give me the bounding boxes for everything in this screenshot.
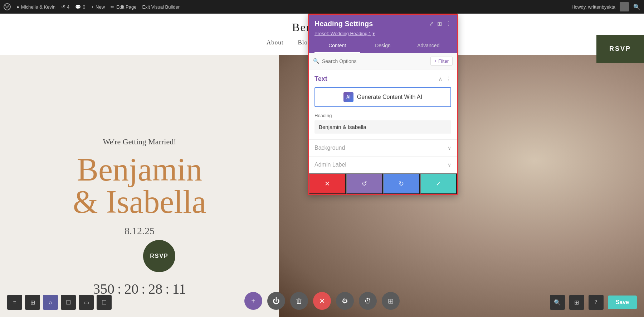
admin-bar: W ● Michelle & Kevin ↺4 💬0 + New ✏ Edit … bbox=[0, 0, 644, 14]
text-section-title: Text bbox=[314, 75, 327, 83]
countdown-sep1: : bbox=[117, 280, 121, 297]
countdown-hours: 20 bbox=[121, 280, 141, 297]
site-name-link[interactable]: ● Michelle & Kevin bbox=[16, 4, 55, 10]
revisions-link[interactable]: ↺4 bbox=[61, 4, 69, 10]
heading-field-label: Heading bbox=[314, 113, 451, 118]
section-controls: ∧ ⋮ bbox=[438, 76, 451, 82]
background-section[interactable]: Background ∨ bbox=[309, 139, 457, 156]
countdown-sep3: : bbox=[165, 280, 169, 297]
right-help-btn[interactable]: ? bbox=[589, 295, 604, 310]
toolbar-menu-btn[interactable]: ≡ bbox=[7, 295, 22, 310]
panel-tabs: Content Design Advanced bbox=[314, 39, 451, 53]
hero-date: 8.12.25 bbox=[21, 225, 258, 237]
fab-group: + ⏻ 🗑 ✕ ⚙ ⏱ ⊞ bbox=[244, 292, 400, 310]
search-options-input[interactable] bbox=[322, 58, 428, 64]
panel-title-row: Heading Settings ⤢ ⊞ ⋮ bbox=[314, 20, 451, 28]
admin-label-chevron: ∨ bbox=[448, 162, 451, 168]
fab-history[interactable]: ⏱ bbox=[359, 292, 377, 310]
right-toolbar: 🔍 ⊞ ? Save bbox=[550, 295, 637, 310]
panel-body: Text ∧ ⋮ AI Generate Content With AI Hea… bbox=[309, 69, 457, 139]
more-icon[interactable]: ⋮ bbox=[445, 20, 451, 27]
fab-settings[interactable]: ⚙ bbox=[336, 292, 354, 310]
panel-footer: ✕ ↺ ↻ ✓ bbox=[309, 173, 457, 194]
edit-page-link[interactable]: ✏ Edit Page bbox=[111, 4, 136, 10]
countdown-seconds: 11 bbox=[169, 280, 189, 297]
rsvp-float-button[interactable]: RSVP bbox=[143, 240, 175, 272]
fullscreen-icon[interactable]: ⤢ bbox=[429, 20, 434, 27]
exit-builder-link[interactable]: Exit Visual Builder bbox=[142, 4, 180, 10]
fab-power[interactable]: ⏻ bbox=[267, 292, 285, 310]
fab-close[interactable]: ✕ bbox=[313, 292, 331, 310]
svg-text:W: W bbox=[5, 5, 9, 9]
filter-button[interactable]: + Filter bbox=[430, 57, 453, 66]
hero-name: Benjamin & Isabella bbox=[21, 154, 258, 218]
toolbar-desktop-btn[interactable]: ☐ bbox=[61, 295, 76, 310]
ai-button-label: Generate Content With AI bbox=[357, 94, 422, 100]
heading-field-group: Heading bbox=[314, 113, 451, 134]
admin-label-section[interactable]: Admin Label ∨ bbox=[309, 156, 457, 173]
heading-input[interactable] bbox=[314, 120, 451, 134]
toolbar-mobile-btn[interactable]: ☐ bbox=[97, 295, 112, 310]
comments-link[interactable]: 💬0 bbox=[75, 4, 85, 10]
nav-about[interactable]: About bbox=[267, 39, 284, 46]
fab-adjust[interactable]: ⊞ bbox=[382, 292, 400, 310]
redo-button[interactable]: ↻ bbox=[383, 173, 420, 194]
confirm-button[interactable]: ✓ bbox=[420, 173, 457, 194]
builder-toolbar: ≡ ⊞ ⌕ ☐ ▭ ☐ bbox=[7, 295, 112, 310]
reset-button[interactable]: ↺ bbox=[346, 173, 383, 194]
wp-logo-link[interactable]: W bbox=[4, 3, 11, 10]
hero-left-panel: We're Getting Married! Benjamin & Isabel… bbox=[0, 55, 279, 317]
countdown-sep2: : bbox=[141, 280, 145, 297]
hero-subtitle: We're Getting Married! bbox=[21, 137, 258, 147]
section-more-icon[interactable]: ⋮ bbox=[445, 76, 451, 82]
fab-delete[interactable]: 🗑 bbox=[290, 292, 308, 310]
admin-label: Admin Label bbox=[314, 162, 346, 168]
cancel-button[interactable]: ✕ bbox=[309, 173, 346, 194]
grid-icon[interactable]: ⊞ bbox=[437, 20, 442, 27]
save-button[interactable]: Save bbox=[608, 296, 637, 309]
rsvp-header-button[interactable]: RSVP bbox=[596, 35, 644, 63]
panel-search-bar: 🔍 + Filter bbox=[309, 53, 457, 69]
right-layers-btn[interactable]: ⊞ bbox=[569, 295, 584, 310]
heading-settings-panel: Heading Settings ⤢ ⊞ ⋮ Preset: Wedding H… bbox=[308, 14, 458, 195]
right-search-btn[interactable]: 🔍 bbox=[550, 295, 565, 310]
tab-design[interactable]: Design bbox=[360, 39, 405, 53]
background-chevron: ∨ bbox=[448, 145, 451, 151]
panel-title: Heading Settings bbox=[314, 20, 373, 28]
admin-search-icon[interactable]: 🔍 bbox=[633, 4, 640, 10]
tab-content[interactable]: Content bbox=[314, 39, 360, 53]
howdy-label: Howdy, writtenbyekta bbox=[571, 4, 615, 10]
admin-bar-right: Howdy, writtenbyekta 🔍 bbox=[571, 2, 640, 11]
new-button[interactable]: + New bbox=[91, 4, 105, 10]
panel-header-icons: ⤢ ⊞ ⋮ bbox=[429, 20, 451, 27]
collapse-icon[interactable]: ∧ bbox=[438, 76, 443, 82]
page-wrapper: Ben & Izzy About Blog Contact Home RSVP … bbox=[0, 14, 644, 317]
background-label: Background bbox=[314, 145, 345, 151]
toolbar-grid-btn[interactable]: ⊞ bbox=[25, 295, 40, 310]
countdown-minutes: 28 bbox=[145, 280, 165, 297]
toolbar-tablet-btn[interactable]: ▭ bbox=[79, 295, 94, 310]
fab-add[interactable]: + bbox=[244, 292, 262, 310]
search-icon: 🔍 bbox=[313, 58, 319, 64]
panel-header: Heading Settings ⤢ ⊞ ⋮ Preset: Wedding H… bbox=[309, 15, 457, 53]
preset-selector[interactable]: Preset: Wedding Heading 1 ▾ bbox=[314, 31, 451, 36]
ai-icon: AI bbox=[343, 92, 353, 102]
generate-ai-button[interactable]: AI Generate Content With AI bbox=[314, 87, 451, 107]
tab-advanced[interactable]: Advanced bbox=[406, 39, 451, 53]
toolbar-search-btn[interactable]: ⌕ bbox=[43, 295, 58, 310]
text-section-header: Text ∧ ⋮ bbox=[314, 75, 451, 83]
